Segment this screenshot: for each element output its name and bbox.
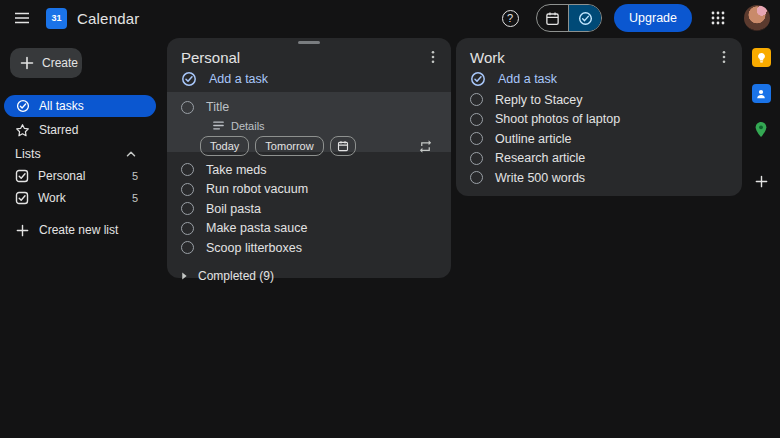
list-label: Personal — [38, 169, 85, 183]
list-options-button[interactable] — [421, 45, 445, 69]
sidebar-item-starred[interactable]: Starred — [0, 119, 160, 141]
chevron-up-icon[interactable] — [124, 147, 138, 161]
app-title: Calendar — [77, 10, 139, 27]
all-tasks-label: All tasks — [39, 99, 84, 113]
task-date-chips: Today Tomorrow — [200, 136, 439, 156]
task-list: Reply to Stacey Shoot photos of laptop O… — [456, 90, 742, 188]
help-button[interactable]: ? — [496, 4, 524, 32]
profile-avatar[interactable] — [744, 5, 770, 31]
task-complete-radio[interactable] — [181, 202, 194, 215]
calendar-icon — [545, 11, 560, 26]
plus-icon — [15, 223, 30, 238]
create-button-label: Create — [42, 56, 78, 70]
add-task-label: Add a task — [209, 72, 268, 86]
task-title-input[interactable]: Title — [206, 100, 439, 114]
create-button[interactable]: Create — [10, 48, 82, 78]
sidebar-list-personal[interactable]: Personal 5 — [0, 165, 160, 187]
task-title: Take meds — [206, 163, 266, 177]
task-row[interactable]: Reply to Stacey — [456, 90, 742, 110]
checkbox-list-icon — [15, 191, 29, 205]
apps-grid-icon — [710, 10, 726, 26]
google-apps-button[interactable] — [704, 4, 732, 32]
task-list-card-work: Work Add a task Reply to Stacey Shoot ph… — [456, 38, 742, 196]
tomorrow-chip[interactable]: Tomorrow — [255, 136, 323, 156]
calendar-logo-icon[interactable]: 31 — [46, 8, 67, 29]
maps-icon[interactable] — [752, 120, 771, 139]
add-task-check-circle-icon — [470, 71, 486, 87]
task-row[interactable]: Boil pasta — [167, 199, 451, 219]
task-complete-radio[interactable] — [470, 132, 483, 145]
task-title: Make pasta sauce — [206, 221, 307, 235]
task-row[interactable]: Take meds — [167, 160, 451, 180]
task-title: Run robot vacuum — [206, 182, 308, 196]
task-title: Shoot photos of laptop — [495, 112, 620, 126]
hamburger-icon — [13, 9, 31, 27]
tasks-view-toggle-selected[interactable] — [569, 5, 601, 31]
list-count: 5 — [132, 192, 138, 204]
sidebar-list-work[interactable]: Work 5 — [0, 187, 160, 209]
create-new-list-button[interactable]: Create new list — [0, 219, 160, 241]
task-title-row: Title — [181, 98, 439, 116]
task-complete-radio[interactable] — [470, 152, 483, 165]
calendar-icon — [337, 140, 349, 152]
create-new-list-label: Create new list — [39, 223, 118, 237]
side-panel-rail — [742, 36, 780, 438]
task-complete-radio[interactable] — [181, 183, 194, 196]
kebab-icon — [716, 49, 732, 65]
today-chip[interactable]: Today — [200, 136, 249, 156]
task-list-card-personal: Personal Add a task Title Details — [167, 38, 451, 278]
task-complete-radio[interactable] — [470, 113, 483, 126]
task-row[interactable]: Shoot photos of laptop — [456, 110, 742, 130]
task-title: Write 500 words — [495, 171, 585, 185]
task-details-button[interactable]: Details — [212, 118, 439, 133]
pick-date-button[interactable] — [330, 136, 356, 156]
task-row[interactable]: Research article — [456, 149, 742, 169]
task-title: Research article — [495, 151, 585, 165]
task-row[interactable]: Scoop litterboxes — [167, 238, 451, 258]
add-side-panel-icon[interactable] — [754, 174, 769, 189]
lists-section-header[interactable]: Lists — [0, 143, 160, 165]
card-title: Personal — [181, 49, 240, 66]
add-task-label: Add a task — [498, 72, 557, 86]
topbar-right-cluster: ? Upgrade — [496, 4, 770, 32]
task-complete-radio[interactable] — [470, 171, 483, 184]
task-complete-radio[interactable] — [181, 241, 194, 254]
task-row[interactable]: Write 500 words — [456, 168, 742, 188]
task-title: Reply to Stacey — [495, 93, 583, 107]
help-icon: ? — [502, 10, 519, 27]
add-task-button[interactable]: Add a task — [167, 68, 451, 90]
add-task-button[interactable]: Add a task — [456, 68, 742, 90]
star-icon — [15, 123, 30, 138]
repeat-icon — [418, 139, 433, 154]
sidebar-item-all-tasks[interactable]: All tasks — [4, 95, 156, 117]
task-complete-radio[interactable] — [470, 93, 483, 106]
task-row[interactable]: Outline article — [456, 129, 742, 149]
task-title: Scoop litterboxes — [206, 241, 302, 255]
task-row[interactable]: Make pasta sauce — [167, 219, 451, 239]
view-toggle — [536, 4, 602, 32]
details-notes-icon — [212, 119, 225, 132]
task-complete-radio[interactable] — [181, 101, 194, 114]
kebab-icon — [425, 49, 441, 65]
keep-icon[interactable] — [752, 48, 771, 67]
repeat-button[interactable] — [418, 139, 433, 154]
lists-header-label: Lists — [15, 147, 41, 161]
checkbox-list-icon — [15, 169, 29, 183]
card-header: Personal — [167, 44, 451, 68]
task-row[interactable]: Run robot vacuum — [167, 180, 451, 200]
main-menu-button[interactable] — [8, 4, 36, 32]
calendar-view-toggle[interactable] — [537, 5, 569, 31]
tasks-check-circle-icon — [578, 11, 593, 26]
card-header: Work — [456, 44, 742, 68]
list-count: 5 — [132, 170, 138, 182]
contacts-icon[interactable] — [752, 84, 771, 103]
list-options-button[interactable] — [712, 45, 736, 69]
task-complete-radio[interactable] — [181, 163, 194, 176]
plus-icon — [19, 55, 35, 71]
expand-arrow-icon — [177, 269, 191, 283]
completed-section-toggle[interactable]: Completed (9) — [167, 265, 451, 287]
completed-label: Completed (9) — [198, 269, 274, 283]
task-complete-radio[interactable] — [181, 222, 194, 235]
all-tasks-check-circle-icon — [16, 99, 30, 113]
upgrade-button[interactable]: Upgrade — [614, 4, 692, 32]
